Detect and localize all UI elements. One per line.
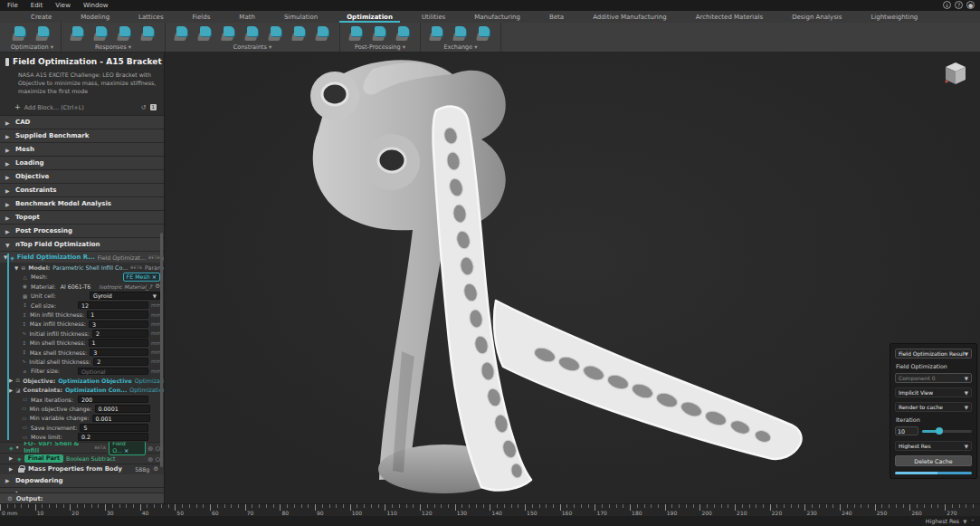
view-mode-dropdown[interactable]: Implicit View ▼ — [895, 387, 972, 397]
section-row-ntop-field-optimization[interactable]: ▼ nTop Field Optimization — [0, 238, 164, 252]
section-row[interactable]: ▶ Objective — [0, 170, 164, 184]
toolbar-group-label[interactable]: Constraints ▾ — [173, 43, 332, 51]
initial-shell-thickness-input[interactable]: 2 — [93, 358, 148, 366]
ribbon-tab[interactable]: Math — [224, 11, 270, 23]
initial-infill-thickness-input[interactable]: 2 — [92, 330, 148, 338]
tool-icon[interactable] — [267, 24, 285, 43]
tool-icon[interactable] — [92, 24, 110, 43]
toolbar-group-label[interactable]: Optimization ▾ — [11, 43, 53, 51]
min-infill-thickness-input[interactable]: 1 — [87, 311, 148, 319]
resolution-dropdown[interactable]: Highest Res ▼ — [895, 441, 972, 451]
account-icon[interactable]: ● — [966, 1, 975, 9]
chevron-right-icon[interactable]: ▶ — [9, 378, 13, 383]
render-mode-dropdown[interactable]: Render to cache ▼ — [895, 402, 972, 412]
parameter-input[interactable]: 0.0001 — [95, 405, 151, 413]
fe-mesh-chip[interactable]: FE Mesh× — [123, 273, 160, 282]
tool-icon[interactable] — [243, 24, 262, 43]
section-row[interactable]: ▶ CAD — [0, 116, 164, 129]
section-row[interactable]: ▶ Loading — [0, 157, 164, 170]
iteration-input[interactable]: 10 — [895, 426, 918, 435]
cell-size-input[interactable]: 12 — [78, 301, 148, 310]
close-icon[interactable]: × — [152, 273, 157, 280]
component-dropdown[interactable]: Component 0 ▼ — [895, 373, 972, 383]
delete-cache-button[interactable]: Delete Cache — [895, 455, 972, 466]
filter-size-input[interactable]: Optional — [78, 368, 148, 376]
ribbon-tab[interactable]: Architected Materials — [681, 11, 777, 23]
tool-icon[interactable] — [290, 24, 309, 43]
visibility-off-icon[interactable]: ◎ — [148, 455, 153, 462]
ribbon-tab[interactable]: Lattices — [124, 11, 177, 23]
menu-window[interactable]: Window — [83, 2, 109, 9]
tool-icon[interactable] — [69, 24, 87, 43]
viewport-3d[interactable]: Field Optimization Result_1 ▼ Field Opti… — [165, 53, 980, 503]
ribbon-tab[interactable]: Optimization — [332, 11, 407, 23]
material-value[interactable]: Al 6061-T6 — [61, 283, 91, 290]
section-row[interactable]: ▶ Mesh — [0, 143, 164, 157]
tool-icon[interactable] — [314, 24, 332, 43]
menu-file[interactable]: File — [7, 2, 18, 9]
parameter-input[interactable]: 5 — [80, 424, 148, 432]
tool-icon[interactable] — [173, 24, 191, 43]
add-block-row[interactable]: + Add Block... (Ctrl+L) ↺ 1 — [0, 100, 164, 116]
toolbar-group-label[interactable]: Responses ▾ — [69, 43, 157, 51]
section-row[interactable]: ▶ Supplied Benchmark — [0, 129, 164, 143]
section-row[interactable]: ▶ Depowdering — [0, 474, 164, 488]
chevron-down-icon[interactable]: ▾ — [16, 445, 22, 450]
mass-properties-row[interactable]: ▶ Mass Properties from Body 588g ⚙ — [0, 464, 164, 474]
unit-cell-dropdown[interactable]: Gyroid▼ — [90, 292, 160, 300]
iteration-slider[interactable] — [922, 430, 972, 433]
field-chip[interactable]: Field O...× — [109, 439, 145, 455]
toolbar-group-label[interactable]: Post-Processing ▾ — [347, 43, 413, 51]
chevron-right-icon[interactable]: ▶ — [9, 387, 13, 393]
ribbon-tab[interactable]: Create — [16, 11, 66, 23]
panel-scrollbar[interactable] — [160, 233, 163, 467]
history-icon[interactable]: ↺ — [141, 104, 147, 111]
tool-icon[interactable] — [220, 24, 238, 43]
ribbon-tab[interactable]: Utilities — [407, 11, 460, 23]
section-row[interactable]: ▶ Benchmark Model Analysis — [0, 197, 164, 211]
tool-icon[interactable] — [139, 24, 157, 43]
slider-thumb[interactable] — [936, 427, 943, 435]
tool-icon[interactable] — [11, 24, 29, 43]
tool-icon[interactable] — [452, 24, 470, 43]
block-header-row[interactable]: ▼ ◈ Field Optimization R... Field Optimi… — [0, 252, 164, 263]
menu-view[interactable]: View — [55, 2, 71, 9]
toolbar-group-label[interactable]: Exchange ▾ — [428, 43, 493, 51]
ribbon-tab[interactable]: Lightweighting — [856, 11, 932, 23]
fo-var-shell-infill-block[interactable]: ◈ ▾ FO- Var! Shell & Infill BETA Field O… — [0, 442, 164, 453]
chevron-right-icon[interactable]: ▶ — [9, 455, 14, 461]
visibility-off-icon[interactable]: ◎ — [148, 445, 153, 451]
download-icon[interactable]: ↓ — [943, 1, 951, 9]
tool-icon[interactable] — [347, 24, 366, 43]
view-cube-gizmo[interactable] — [942, 60, 969, 87]
tool-icon[interactable] — [475, 24, 493, 43]
tool-icon[interactable] — [395, 24, 413, 43]
max-infill-thickness-input[interactable]: 3 — [89, 320, 148, 329]
ribbon-tab[interactable]: Fields — [178, 11, 225, 23]
section-row[interactable]: ▶ Constraints — [0, 184, 164, 197]
ribbon-tab[interactable]: Simulation — [270, 11, 332, 23]
chevron-right-icon[interactable]: ▶ — [9, 466, 14, 472]
section-row[interactable]: ▶ Topopt — [0, 211, 164, 225]
notebook-count-badge[interactable]: 1 — [150, 104, 157, 110]
close-icon[interactable]: × — [124, 447, 128, 454]
chevron-down-icon[interactable]: ▼ — [963, 519, 966, 524]
tool-icon[interactable] — [428, 24, 446, 43]
tool-icon[interactable] — [116, 24, 134, 43]
ribbon-tab[interactable]: Modeling — [66, 11, 124, 23]
min-shell-thickness-input[interactable]: 1 — [89, 339, 148, 347]
ribbon-tab[interactable]: Beta — [535, 11, 578, 23]
ribbon-tab[interactable]: Manufacturing — [460, 11, 535, 23]
tool-icon[interactable] — [34, 24, 52, 43]
parameter-input[interactable]: 200 — [78, 396, 148, 404]
chevron-down-icon[interactable]: ▼ — [14, 265, 18, 271]
constraints-link[interactable]: Optimization Con... — [65, 387, 127, 393]
chevron-up-icon[interactable]: ⌃ — [970, 519, 975, 524]
tool-icon[interactable] — [196, 24, 214, 43]
model-row[interactable]: ▼ ⊞ Model: Parametric Shell Infill Co...… — [0, 263, 164, 272]
resolution-status[interactable]: Highest Res — [926, 518, 959, 524]
parameter-input[interactable]: 0.001 — [92, 415, 150, 423]
tool-icon[interactable] — [371, 24, 389, 43]
ribbon-tab[interactable]: Additive Manufacturing — [578, 11, 681, 23]
gear-icon[interactable]: ⚙ — [153, 465, 158, 473]
